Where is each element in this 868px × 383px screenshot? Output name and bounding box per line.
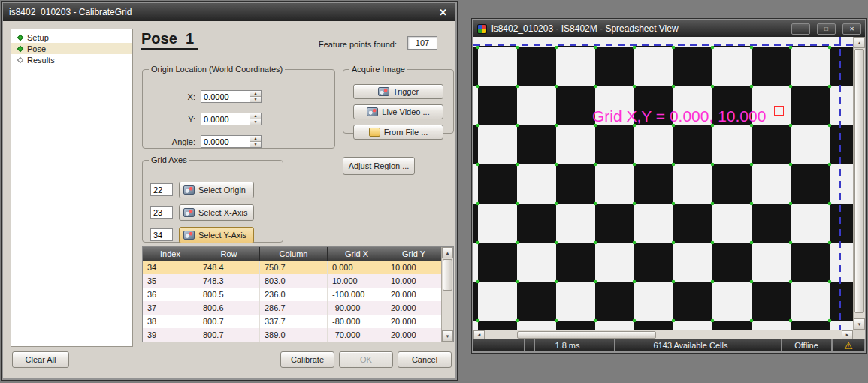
calibrate-button[interactable]: Calibrate (280, 351, 334, 368)
angle-label: Angle: (143, 137, 195, 146)
table-row[interactable]: 37 800.6 286.7 -90.000 20.000 (143, 301, 441, 315)
spin-up-icon[interactable]: ▲ (250, 136, 261, 142)
table-row[interactable]: 36 800.5 236.0 -100.000 20.000 (143, 288, 441, 301)
pose-title: Pose 1 (141, 30, 198, 50)
warning-icon[interactable]: ⚠ (832, 339, 865, 351)
tree-item-label: Results (27, 56, 55, 65)
close-icon[interactable]: ✕ (437, 7, 449, 18)
table-row[interactable]: 34 748.4 750.7 0.000 10.000 (143, 261, 441, 274)
select-x-axis-label: Select X-Axis (198, 208, 247, 217)
close-icon[interactable]: ✕ (842, 23, 861, 35)
minimize-icon[interactable]: ─ (791, 23, 810, 35)
table-cell: 39 (143, 328, 198, 342)
calibrategrid-titlebar[interactable]: is8402_010203 - CalibrateGrid ✕ (3, 3, 455, 21)
scroll-up-icon[interactable]: ▲ (854, 37, 865, 48)
table-row[interactable]: 38 800.7 337.7 -80.000 20.000 (143, 315, 441, 328)
table-cell: -100.000 (328, 288, 386, 301)
spin-down-icon[interactable]: ▼ (250, 97, 261, 102)
tree-item-setup[interactable]: Setup (11, 32, 132, 43)
origin-location-group: Origin Location (World Coordinates) X: ▲… (142, 65, 335, 149)
table-header: Index Row Column Grid X Grid Y (143, 247, 441, 261)
scroll-right-icon[interactable]: ► (842, 330, 853, 339)
origin-location-legend: Origin Location (World Coordinates) (149, 65, 285, 74)
tree-item-results[interactable]: Results (11, 54, 132, 65)
feature-points-label: Feature points found: (319, 40, 397, 49)
window-title: is8402_010203 - CalibrateGrid (9, 7, 432, 17)
desktop: is8402_010203 - CalibrateGrid ✕ Setup Po… (0, 0, 868, 383)
green-diamond-icon (17, 34, 23, 40)
select-y-axis-button[interactable]: Select Y-Axis (179, 227, 254, 243)
table-cell: 20.000 (386, 301, 441, 315)
ok-label: OK (360, 355, 372, 364)
adjust-region-label: Adjust Region ... (349, 161, 410, 170)
spin-up-icon[interactable]: ▲ (250, 113, 261, 119)
calibration-grid-image[interactable]: Grid X,Y = 0.000, 10.000 (473, 37, 853, 330)
scrollbar-thumb[interactable] (854, 49, 864, 313)
select-origin-button[interactable]: Select Origin (179, 182, 254, 198)
table-cell: 35 (143, 274, 198, 288)
live-video-button[interactable]: Live Video ... (353, 104, 443, 119)
table-row[interactable]: 39 800.7 389.0 -70.000 20.000 (143, 328, 441, 342)
pointer-icon (183, 208, 195, 217)
table-cell: 800.5 (198, 288, 260, 301)
status-gap (767, 339, 781, 351)
cancel-button[interactable]: Cancel (398, 351, 452, 368)
pointer-icon (183, 185, 195, 195)
scroll-up-icon[interactable]: ▲ (442, 247, 453, 258)
scrollbar-track[interactable] (442, 291, 453, 330)
scrollbar-thumb[interactable] (517, 331, 656, 339)
scroll-down-icon[interactable]: ▼ (442, 330, 453, 342)
grid-axes-group: Grid Axes Select Origin Select X-Axis Se… (142, 155, 283, 243)
vertical-scrollbar[interactable]: ▲ ▼ (853, 37, 865, 330)
tree-item-label: Pose (27, 44, 46, 53)
table-cell: 800.7 (198, 328, 260, 342)
scrollbar-thumb[interactable] (443, 259, 452, 291)
origin-cell-input[interactable] (150, 183, 173, 196)
clear-all-button[interactable]: Clear All (12, 351, 69, 368)
table-cell: 38 (143, 315, 198, 328)
spreadsheet-titlebar[interactable]: is8402_010203 - IS8402M - Spreadsheet Vi… (473, 20, 865, 37)
hollow-diamond-icon (17, 56, 23, 62)
table-scrollbar[interactable]: ▲ ▼ (441, 247, 453, 342)
spin-up-icon[interactable]: ▲ (250, 91, 261, 97)
select-origin-label: Select Origin (198, 185, 246, 195)
x-axis-cell-input[interactable] (150, 206, 173, 219)
live-video-button-label: Live Video ... (382, 107, 429, 116)
angle-input[interactable] (201, 135, 250, 148)
column-header-index: Index (143, 247, 198, 261)
table-cell: 389.0 (260, 328, 328, 342)
tree-item-pose[interactable]: Pose (11, 43, 132, 54)
table-cell: 36 (143, 288, 198, 301)
table-cell: -90.000 (328, 301, 386, 315)
table-cell: 20.000 (386, 315, 441, 328)
acquire-image-group: Acquire Image Trigger Live Video ... Fro… (343, 65, 454, 134)
tree-item-label: Setup (27, 33, 49, 42)
adjust-region-button[interactable]: Adjust Region ... (343, 157, 415, 175)
origin-y-row: Y: ▲ ▼ (143, 113, 262, 125)
app-icon (477, 24, 487, 34)
status-separator (524, 339, 534, 351)
y-label: Y: (143, 115, 195, 124)
column-header-grid-y: Grid Y (386, 247, 441, 261)
table-cell: 800.6 (198, 301, 260, 315)
table-row[interactable]: 35 748.3 803.0 10.000 10.000 (143, 274, 441, 288)
from-file-button[interactable]: From File ... (353, 125, 443, 140)
acquisition-time: 1.8 ms (534, 339, 600, 351)
scroll-down-icon[interactable]: ▼ (854, 318, 865, 330)
spin-down-icon[interactable]: ▼ (250, 119, 261, 125)
maximize-icon[interactable]: □ (817, 23, 836, 35)
x-label: X: (143, 92, 195, 101)
y-input[interactable] (201, 113, 250, 125)
table-cell: 10.000 (386, 274, 441, 288)
y-axis-cell-input[interactable] (150, 228, 173, 241)
spin-down-icon[interactable]: ▼ (250, 142, 261, 147)
horizontal-scrollbar[interactable]: ◄ ► (473, 330, 853, 339)
scroll-left-icon[interactable]: ◄ (473, 330, 485, 339)
table-cell: -80.000 (328, 315, 386, 328)
table-cell: 236.0 (260, 288, 328, 301)
x-input[interactable] (201, 90, 250, 103)
origin-x-row: X: ▲ ▼ (143, 90, 262, 103)
column-header-row: Row (198, 247, 260, 261)
trigger-button[interactable]: Trigger (353, 84, 443, 99)
select-x-axis-button[interactable]: Select X-Axis (179, 204, 254, 221)
